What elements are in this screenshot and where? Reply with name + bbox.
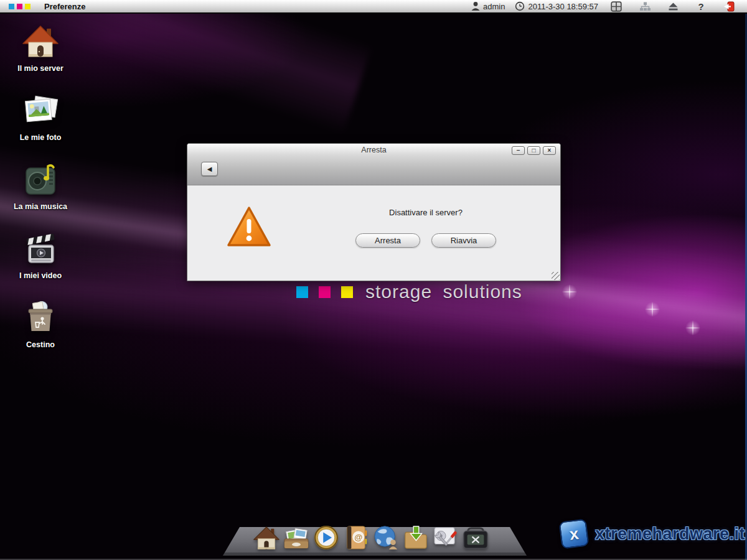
user-indicator[interactable]: admin <box>471 1 505 11</box>
storage-solutions-branding: storage solutions <box>296 281 522 302</box>
network-icon <box>639 1 651 11</box>
dialog-message: Disattivare il server? <box>314 208 538 217</box>
logo-square-magenta <box>17 4 22 9</box>
dock-download-folder-icon[interactable] <box>401 522 431 551</box>
desktop-item-label: I miei video <box>19 271 62 280</box>
menubar-right: admin 2011-3-30 18:59:57 <box>471 1 747 12</box>
menu-preferences[interactable]: Preferenze <box>44 2 85 11</box>
dock-address-book-icon[interactable]: @ <box>341 522 371 551</box>
brand-square-yellow <box>341 286 353 298</box>
xtremehardware-watermark: x xtremehardware.it <box>560 520 745 548</box>
clock-icon <box>515 1 525 11</box>
desktop-item-label: Cestino <box>26 340 55 349</box>
dock: @ <box>251 522 491 551</box>
desktop-item-trash[interactable]: Cestino <box>5 297 76 349</box>
datetime-label: 2011-3-30 18:59:57 <box>528 2 598 11</box>
dialog-header[interactable]: Arresta – □ × ◀ <box>187 144 560 185</box>
dock-web-globe-icon[interactable] <box>371 522 401 551</box>
logout-icon <box>723 1 735 12</box>
desktop-icon-list: Il mio server Le mie foto <box>5 21 76 366</box>
eject-icon <box>668 2 679 11</box>
svg-text:@: @ <box>354 533 362 542</box>
logo-square-yellow <box>25 4 31 9</box>
trash-icon <box>23 297 58 335</box>
user-icon <box>471 1 480 11</box>
username-label: admin <box>483 2 505 11</box>
network-button[interactable] <box>637 1 653 12</box>
desktop-item-label: Le mie foto <box>20 133 62 142</box>
dock-toolbox-icon[interactable] <box>461 522 491 551</box>
eject-button[interactable] <box>665 1 681 12</box>
logout-button[interactable] <box>721 1 737 12</box>
dialog-title: Arresta <box>187 146 560 154</box>
brand-logo-icon <box>9 4 31 9</box>
brand-square-magenta <box>319 286 331 298</box>
dialog-body: Disattivare il server? Arresta Riavvia <box>187 185 560 281</box>
menubar-left: Preferenze <box>0 2 85 11</box>
dialog-content: Disattivare il server? Arresta Riavvia <box>314 208 538 248</box>
dock-media-player-icon[interactable] <box>311 522 341 551</box>
logo-letter: x <box>568 524 580 544</box>
help-button[interactable]: ? <box>693 1 709 12</box>
dock-disk-utility-icon[interactable] <box>431 522 461 551</box>
warning-icon <box>226 204 272 254</box>
maximize-button[interactable]: □ <box>527 146 540 155</box>
xtremehardware-logo-icon: x <box>558 518 589 549</box>
dock-home-icon[interactable] <box>251 522 281 551</box>
photos-icon <box>22 90 59 128</box>
resize-grip[interactable] <box>552 272 560 280</box>
desktop-item-my-photos[interactable]: Le mie foto <box>5 90 76 142</box>
dialog-buttons: Arresta Riavvia <box>314 233 538 248</box>
minimize-button[interactable]: – <box>512 146 525 155</box>
back-arrow-icon: ◀ <box>207 166 212 172</box>
desktop-item-my-music[interactable]: La mia musica <box>5 159 76 211</box>
apps-grid-button[interactable] <box>608 1 624 12</box>
grid-icon <box>611 1 622 12</box>
shutdown-button[interactable]: Arresta <box>355 233 420 248</box>
logo-square-blue <box>9 4 14 9</box>
desktop-item-my-server[interactable]: Il mio server <box>5 21 76 73</box>
home-icon <box>22 21 59 58</box>
dock-photos-icon[interactable] <box>281 522 311 551</box>
shutdown-dialog-window: Arresta – □ × ◀ <box>187 143 561 281</box>
brand-wordmark: storage solutions <box>365 281 522 302</box>
music-icon <box>23 159 58 197</box>
clock-indicator: 2011-3-30 18:59:57 <box>515 1 598 11</box>
restart-button[interactable]: Riavvia <box>431 233 496 248</box>
close-button[interactable]: × <box>543 146 556 155</box>
watermark-text: xtremehardware.it <box>595 525 745 544</box>
menubar: Preferenze admin 2011-3-30 18:59:57 <box>0 0 747 14</box>
videos-icon <box>22 228 59 266</box>
brand-square-cyan <box>296 286 308 298</box>
window-controls: – □ × <box>512 146 556 155</box>
back-button[interactable]: ◀ <box>201 162 218 176</box>
desktop-item-label: Il mio server <box>17 64 63 73</box>
help-icon: ? <box>698 1 703 12</box>
desktop-item-label: La mia musica <box>14 202 67 211</box>
desktop-item-my-videos[interactable]: I miei video <box>5 228 76 280</box>
